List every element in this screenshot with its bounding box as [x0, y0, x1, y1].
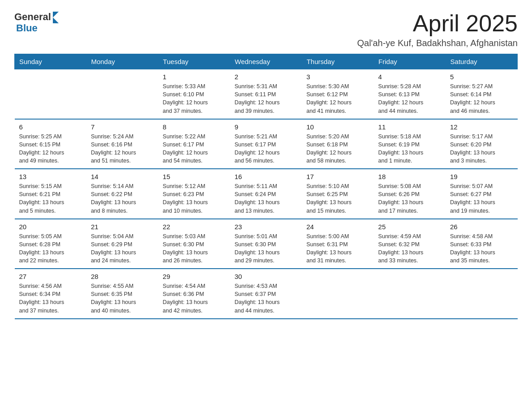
calendar-cell: 7Sunrise: 5:24 AM Sunset: 6:16 PM Daylig…: [86, 119, 158, 169]
weekday-header-wednesday: Wednesday: [230, 54, 302, 69]
page-header: General Blue April 2025 Qal'ah-ye Kuf, B…: [14, 11, 518, 48]
calendar-cell: 16Sunrise: 5:11 AM Sunset: 6:24 PM Dayli…: [230, 169, 302, 219]
day-info: Sunrise: 5:03 AM Sunset: 6:30 PM Dayligh…: [163, 232, 225, 265]
calendar-body: 1Sunrise: 5:33 AM Sunset: 6:10 PM Daylig…: [15, 69, 518, 319]
calendar-week-row: 6Sunrise: 5:25 AM Sunset: 6:15 PM Daylig…: [15, 119, 518, 169]
title-block: April 2025 Qal'ah-ye Kuf, Badakhshan, Af…: [357, 11, 518, 48]
calendar-cell: 22Sunrise: 5:03 AM Sunset: 6:30 PM Dayli…: [158, 219, 230, 269]
day-info: Sunrise: 5:18 AM Sunset: 6:19 PM Dayligh…: [378, 133, 441, 165]
weekday-header-row: SundayMondayTuesdayWednesdayThursdayFrid…: [15, 54, 518, 69]
day-number: 16: [235, 173, 297, 180]
day-number: 24: [306, 223, 369, 231]
day-number: 30: [235, 273, 297, 280]
calendar-cell: 24Sunrise: 5:00 AM Sunset: 6:31 PM Dayli…: [302, 219, 373, 269]
page-title: April 2025: [357, 11, 518, 36]
calendar-cell: 9Sunrise: 5:21 AM Sunset: 6:17 PM Daylig…: [230, 119, 302, 169]
day-number: 10: [306, 123, 369, 131]
calendar-cell: [15, 69, 86, 119]
day-info: Sunrise: 5:11 AM Sunset: 6:24 PM Dayligh…: [235, 182, 297, 215]
day-number: 18: [378, 173, 441, 180]
calendar-table: SundayMondayTuesdayWednesdayThursdayFrid…: [14, 54, 518, 319]
calendar-cell: 26Sunrise: 4:58 AM Sunset: 6:33 PM Dayli…: [446, 219, 517, 269]
day-number: 25: [378, 223, 441, 231]
calendar-week-row: 27Sunrise: 4:56 AM Sunset: 6:34 PM Dayli…: [15, 269, 518, 319]
day-number: 6: [19, 123, 82, 131]
day-number: 4: [378, 73, 441, 81]
weekday-header-friday: Friday: [374, 54, 446, 69]
day-number: 7: [91, 123, 154, 131]
day-number: 21: [91, 223, 154, 231]
day-info: Sunrise: 4:55 AM Sunset: 6:35 PM Dayligh…: [91, 282, 154, 315]
weekday-header-monday: Monday: [86, 54, 158, 69]
day-info: Sunrise: 5:00 AM Sunset: 6:31 PM Dayligh…: [306, 232, 369, 265]
calendar-cell: 8Sunrise: 5:22 AM Sunset: 6:17 PM Daylig…: [158, 119, 230, 169]
day-info: Sunrise: 5:27 AM Sunset: 6:14 PM Dayligh…: [450, 82, 513, 115]
calendar-cell: [86, 69, 158, 119]
day-number: 23: [235, 223, 297, 231]
day-number: 19: [450, 173, 513, 180]
calendar-week-row: 1Sunrise: 5:33 AM Sunset: 6:10 PM Daylig…: [15, 69, 518, 119]
day-info: Sunrise: 5:25 AM Sunset: 6:15 PM Dayligh…: [19, 133, 82, 165]
calendar-cell: 4Sunrise: 5:28 AM Sunset: 6:13 PM Daylig…: [374, 69, 446, 119]
day-info: Sunrise: 4:54 AM Sunset: 6:36 PM Dayligh…: [163, 282, 225, 315]
day-info: Sunrise: 5:31 AM Sunset: 6:11 PM Dayligh…: [235, 82, 297, 115]
weekday-header-sunday: Sunday: [15, 54, 86, 69]
day-info: Sunrise: 4:59 AM Sunset: 6:32 PM Dayligh…: [378, 232, 441, 265]
day-number: 28: [91, 273, 154, 280]
calendar-cell: 20Sunrise: 5:05 AM Sunset: 6:28 PM Dayli…: [15, 219, 86, 269]
calendar-cell: 15Sunrise: 5:12 AM Sunset: 6:23 PM Dayli…: [158, 169, 230, 219]
day-number: 1: [163, 73, 225, 81]
day-number: 26: [450, 223, 513, 231]
weekday-header-tuesday: Tuesday: [158, 54, 230, 69]
logo: General Blue: [14, 11, 59, 34]
calendar-cell: 6Sunrise: 5:25 AM Sunset: 6:15 PM Daylig…: [15, 119, 86, 169]
calendar-cell: 21Sunrise: 5:04 AM Sunset: 6:29 PM Dayli…: [86, 219, 158, 269]
day-number: 14: [91, 173, 154, 180]
day-number: 17: [306, 173, 369, 180]
calendar-cell: 5Sunrise: 5:27 AM Sunset: 6:14 PM Daylig…: [446, 69, 517, 119]
day-info: Sunrise: 5:24 AM Sunset: 6:16 PM Dayligh…: [91, 133, 154, 165]
day-number: 3: [306, 73, 369, 81]
logo-blue-text: Blue: [16, 22, 38, 34]
calendar-cell: 29Sunrise: 4:54 AM Sunset: 6:36 PM Dayli…: [158, 269, 230, 319]
calendar-cell: 30Sunrise: 4:53 AM Sunset: 6:37 PM Dayli…: [230, 269, 302, 319]
day-info: Sunrise: 5:12 AM Sunset: 6:23 PM Dayligh…: [163, 182, 225, 215]
day-number: 8: [163, 123, 225, 131]
day-number: 20: [19, 223, 82, 231]
day-number: 11: [378, 123, 441, 131]
calendar-header: SundayMondayTuesdayWednesdayThursdayFrid…: [15, 54, 518, 69]
calendar-cell: 19Sunrise: 5:07 AM Sunset: 6:27 PM Dayli…: [446, 169, 517, 219]
day-info: Sunrise: 5:07 AM Sunset: 6:27 PM Dayligh…: [450, 182, 513, 215]
page-subtitle: Qal'ah-ye Kuf, Badakhshan, Afghanistan: [357, 38, 518, 48]
day-info: Sunrise: 5:30 AM Sunset: 6:12 PM Dayligh…: [306, 82, 369, 115]
day-info: Sunrise: 5:08 AM Sunset: 6:26 PM Dayligh…: [378, 182, 441, 215]
day-info: Sunrise: 5:14 AM Sunset: 6:22 PM Dayligh…: [91, 182, 154, 215]
calendar-cell: 2Sunrise: 5:31 AM Sunset: 6:11 PM Daylig…: [230, 69, 302, 119]
calendar-cell: 25Sunrise: 4:59 AM Sunset: 6:32 PM Dayli…: [374, 219, 446, 269]
day-number: 27: [19, 273, 82, 280]
day-info: Sunrise: 5:15 AM Sunset: 6:21 PM Dayligh…: [19, 182, 82, 215]
calendar-cell: 1Sunrise: 5:33 AM Sunset: 6:10 PM Daylig…: [158, 69, 230, 119]
day-info: Sunrise: 5:28 AM Sunset: 6:13 PM Dayligh…: [378, 82, 441, 115]
calendar-cell: 10Sunrise: 5:20 AM Sunset: 6:18 PM Dayli…: [302, 119, 373, 169]
logo-triangle-bottom: [53, 17, 59, 23]
calendar-week-row: 13Sunrise: 5:15 AM Sunset: 6:21 PM Dayli…: [15, 169, 518, 219]
day-number: 15: [163, 173, 225, 180]
day-info: Sunrise: 5:17 AM Sunset: 6:20 PM Dayligh…: [450, 133, 513, 165]
day-info: Sunrise: 5:21 AM Sunset: 6:17 PM Dayligh…: [235, 133, 297, 165]
logo-triangle-top: [53, 12, 59, 17]
day-number: 5: [450, 73, 513, 81]
day-number: 13: [19, 173, 82, 180]
day-info: Sunrise: 4:53 AM Sunset: 6:37 PM Dayligh…: [235, 282, 297, 315]
calendar-cell: 12Sunrise: 5:17 AM Sunset: 6:20 PM Dayli…: [446, 119, 517, 169]
day-number: 12: [450, 123, 513, 131]
day-number: 29: [163, 273, 225, 280]
day-info: Sunrise: 5:20 AM Sunset: 6:18 PM Dayligh…: [306, 133, 369, 165]
calendar-cell: 27Sunrise: 4:56 AM Sunset: 6:34 PM Dayli…: [15, 269, 86, 319]
day-info: Sunrise: 5:05 AM Sunset: 6:28 PM Dayligh…: [19, 232, 82, 265]
day-info: Sunrise: 5:33 AM Sunset: 6:10 PM Dayligh…: [163, 82, 225, 115]
calendar-cell: 11Sunrise: 5:18 AM Sunset: 6:19 PM Dayli…: [374, 119, 446, 169]
logo-general-text: General: [14, 11, 51, 23]
day-info: Sunrise: 5:01 AM Sunset: 6:30 PM Dayligh…: [235, 232, 297, 265]
calendar-cell: 23Sunrise: 5:01 AM Sunset: 6:30 PM Dayli…: [230, 219, 302, 269]
